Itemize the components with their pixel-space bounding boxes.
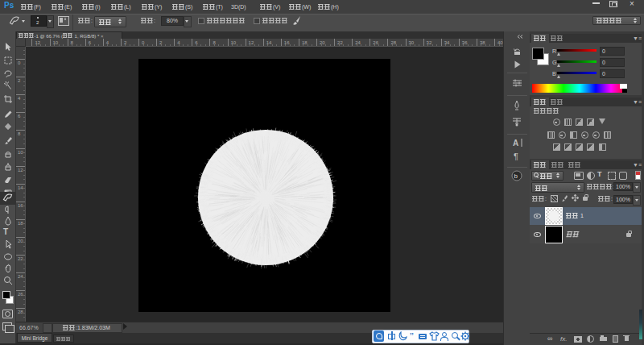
svg-text:¶: ¶ (514, 152, 518, 161)
svg-text:A: A (513, 139, 518, 148)
svg-text:b: b (514, 172, 518, 180)
